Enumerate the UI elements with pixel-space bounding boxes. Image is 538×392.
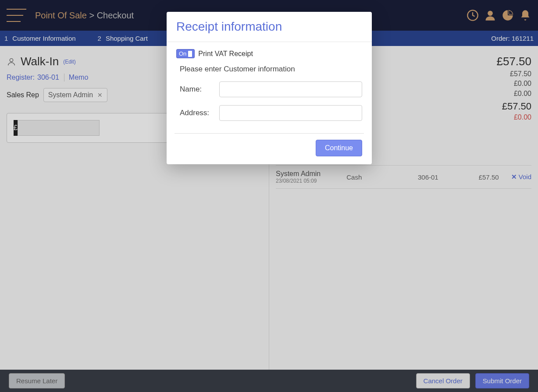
modal-footer: Continue <box>167 134 372 164</box>
address-field-row: Address: <box>180 105 362 121</box>
modal-body: On Print VAT Receipt Please enter Custom… <box>167 42 372 133</box>
name-label: Name: <box>180 85 219 94</box>
vat-toggle-row: On Print VAT Receipt <box>176 49 362 58</box>
modal-title: Receipt information <box>167 12 372 42</box>
name-input[interactable] <box>219 81 362 97</box>
address-input[interactable] <box>219 105 362 121</box>
toggle-knob <box>188 51 192 57</box>
modal-prompt: Please enter Customer information <box>180 65 362 74</box>
vat-toggle-label: Print VAT Receipt <box>198 50 253 58</box>
vat-toggle[interactable]: On <box>176 49 195 58</box>
name-field-row: Name: <box>180 81 362 97</box>
continue-button[interactable]: Continue <box>316 140 362 156</box>
address-label: Address: <box>180 109 219 117</box>
receipt-info-modal: Receipt information On Print VAT Receipt… <box>167 12 372 164</box>
